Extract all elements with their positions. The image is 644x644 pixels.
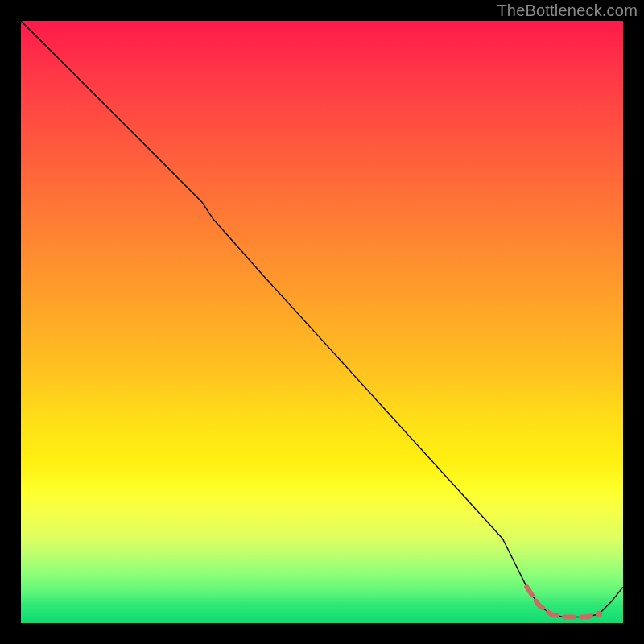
series-curve [21,21,623,617]
watermark-text: TheBottleneck.com [497,2,638,20]
series-highlight [526,587,599,617]
highlight-end-dot [596,611,602,617]
plot-area [21,21,623,623]
chart-frame: TheBottleneck.com [0,0,644,644]
chart-overlay [21,21,623,623]
